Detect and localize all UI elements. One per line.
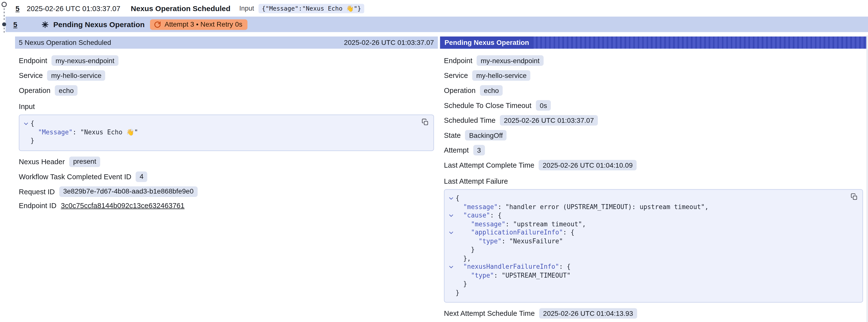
code-line-text: {	[456, 194, 459, 203]
panel-timestamp: 2025-02-26 UTC 01:03:37.07	[344, 39, 434, 46]
field-value-chip: 3	[473, 145, 485, 156]
field-value-chip: 4	[136, 171, 147, 182]
copy-icon[interactable]	[421, 118, 429, 126]
event-row-nexus-operation-scheduled[interactable]: 5 2025-02-26 UTC 01:03:37.07 Nexus Opera…	[0, 0, 868, 17]
chevron-down-icon[interactable]	[447, 211, 456, 220]
field-value-chip: echo	[55, 85, 78, 96]
field-label: Endpoint ID	[19, 201, 56, 210]
code-line-text: "applicationFailureInfo": {	[456, 229, 575, 237]
code-line-text: }	[456, 246, 475, 254]
panel-pending-nexus-operation: Pending Nexus Operation Endpointmy-nexus…	[440, 36, 867, 322]
field-row-operation: Operationecho	[19, 85, 434, 96]
field-row-last-attempt-complete-time: Last Attempt Complete Time2025-02-26 UTC…	[444, 160, 863, 170]
field-list: Endpointmy-nexus-endpointServicemy-hello…	[19, 55, 434, 96]
field-list: Next Attempt Schedule Time2025-02-26 UTC…	[444, 308, 863, 319]
event-id-link[interactable]: 5	[13, 20, 17, 29]
code-lines: { "Message": "Nexus Echo 👋"}	[22, 120, 418, 145]
field-value-link[interactable]: 3c0c75ccfa8144b092c13ce632463761	[61, 201, 185, 210]
chevron-down-icon[interactable]	[22, 120, 31, 128]
copy-icon[interactable]	[850, 193, 858, 201]
field-row-endpoint: Endpointmy-nexus-endpoint	[19, 55, 434, 66]
code-line-text: }	[30, 137, 34, 145]
code-line-text: "cause": {	[456, 211, 501, 220]
chevron-down-icon[interactable]	[447, 263, 456, 271]
field-label: Operation	[19, 86, 50, 95]
code-line-text: "type": "NexusFailure"	[456, 237, 563, 246]
retry-badge-label: Attempt 3 • Next Retry 0s	[164, 21, 242, 28]
event-row-pending-nexus-operation[interactable]: 5 Pending Nexus Operation Attempt 3 • Ne…	[5, 17, 868, 32]
field-value-chip: BackingOff	[465, 130, 506, 140]
chevron-spacer	[22, 137, 31, 145]
field-label: Request ID	[19, 187, 55, 195]
field-row-next-attempt-schedule-time: Next Attempt Schedule Time2025-02-26 UTC…	[444, 308, 863, 319]
field-value-chip: my-hello-service	[48, 70, 105, 81]
event-detail-panels: 5 Nexus Operation Scheduled 2025-02-26 U…	[0, 36, 868, 322]
retry-icon	[154, 21, 161, 28]
event-id-link[interactable]: 5	[16, 4, 20, 12]
pending-icon	[42, 21, 49, 28]
field-row-attempt: Attempt3	[444, 145, 863, 156]
input-preview-chip: {"Message":"Nexus Echo 👋"}	[258, 4, 365, 13]
field-row-endpoint-id: Endpoint ID3c0c75ccfa8144b092c13ce632463…	[19, 201, 434, 210]
field-row-operation: Operationecho	[444, 85, 863, 96]
panel-header-pending: Pending Nexus Operation	[440, 36, 867, 49]
code-line-text: }	[456, 280, 467, 288]
field-value-chip: 0s	[536, 100, 551, 111]
chevron-spacer	[447, 246, 456, 254]
code-line-text: "nexusHandlerFailureInfo": {	[456, 263, 570, 271]
field-value-chip: present	[69, 156, 100, 167]
code-lines: { "message": "handler error (UPSTREAM_TI…	[447, 194, 847, 297]
panel-title: 5 Nexus Operation Scheduled	[19, 39, 111, 46]
input-code-block: { "Message": "Nexus Echo 👋"}	[19, 115, 434, 151]
field-list: Nexus HeaderpresentWorkflow Task Complet…	[19, 156, 434, 209]
field-label: Operation	[444, 86, 475, 95]
code-line-text: "type": "UPSTREAM_TIMEOUT"	[456, 271, 570, 280]
field-value-chip: my-nexus-endpoint	[52, 55, 118, 66]
panel-header: 5 Nexus Operation Scheduled 2025-02-26 U…	[15, 36, 438, 49]
code-line-text: },	[456, 254, 471, 263]
chevron-spacer	[447, 288, 456, 297]
input-label: Input	[239, 4, 254, 12]
field-value-chip: my-hello-service	[472, 70, 531, 81]
workflow-event-history-page: 5 2025-02-26 UTC 01:03:37.07 Nexus Opera…	[0, 0, 868, 322]
field-row-schedule-to-close-timeout: Schedule To Close Timeout0s	[444, 100, 863, 111]
timeline-node-current-icon[interactable]	[2, 23, 6, 26]
chevron-spacer	[447, 203, 456, 211]
field-label: Service	[444, 71, 468, 79]
field-label: Workflow Task Completed Event ID	[19, 172, 131, 181]
field-label: Schedule To Close Timeout	[444, 101, 531, 110]
field-label: Attempt	[444, 146, 469, 154]
field-row-state: StateBackingOff	[444, 130, 863, 140]
chevron-spacer	[447, 237, 456, 246]
field-row-service: Servicemy-hello-service	[19, 70, 434, 81]
field-value-chip: 2025-02-26 UTC 01:04:10.09	[539, 160, 637, 170]
field-label: Nexus Header	[19, 157, 65, 166]
code-line-text: "message": "handler error (UPSTREAM_TIME…	[456, 203, 708, 211]
field-row-workflow-task-completed-event-id: Workflow Task Completed Event ID4	[19, 171, 434, 182]
timeline-node-open-icon[interactable]	[2, 2, 6, 7]
panel-body: Endpointmy-nexus-endpointServicemy-hello…	[15, 49, 438, 219]
field-row-scheduled-time: Scheduled Time2025-02-26 UTC 01:03:37.07	[444, 115, 863, 126]
field-row-nexus-header: Nexus Headerpresent	[19, 156, 434, 167]
event-title: Nexus Operation Scheduled	[131, 4, 230, 12]
field-label: Scheduled Time	[444, 116, 495, 125]
chevron-down-icon[interactable]	[447, 194, 456, 203]
code-line-text: "Message": "Nexus Echo 👋"	[30, 128, 138, 137]
event-timestamp: 2025-02-26 UTC 01:03:37.07	[27, 4, 124, 12]
chevron-down-icon[interactable]	[447, 229, 456, 237]
chevron-spacer	[22, 128, 31, 137]
input-section-label: Input	[19, 102, 434, 111]
field-label: State	[444, 131, 461, 139]
code-line-text: {	[30, 120, 34, 128]
field-value-chip: echo	[480, 85, 503, 96]
field-row-endpoint: Endpointmy-nexus-endpoint	[444, 55, 863, 66]
chevron-spacer	[447, 254, 456, 263]
field-value-chip: 2025-02-26 UTC 01:04:13.93	[539, 308, 637, 319]
failure-code-block: { "message": "handler error (UPSTREAM_TI…	[444, 189, 863, 302]
field-list: Endpointmy-nexus-endpointServicemy-hello…	[444, 55, 863, 170]
field-value-chip: 2025-02-26 UTC 01:03:37.07	[500, 115, 597, 126]
field-label: Last Attempt Complete Time	[444, 161, 534, 169]
field-label: Endpoint	[19, 57, 47, 65]
code-line-text: "message": "upstream timeout",	[456, 220, 586, 229]
chevron-spacer	[447, 280, 456, 288]
